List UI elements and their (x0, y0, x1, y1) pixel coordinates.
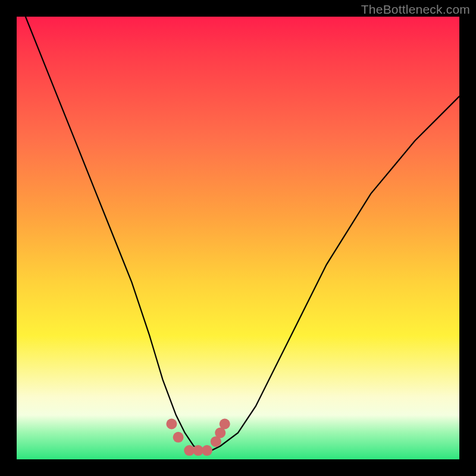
bottleneck-curve-path (26, 17, 459, 450)
highlight-marker (220, 419, 230, 430)
curve-svg (17, 17, 459, 459)
watermark-text: TheBottleneck.com (361, 2, 470, 17)
highlight-marker (202, 445, 212, 456)
marker-cluster (166, 419, 230, 456)
chart-frame: TheBottleneck.com (0, 0, 476, 476)
plot-area (17, 17, 459, 459)
highlight-marker (166, 419, 177, 430)
highlight-marker (173, 432, 184, 443)
